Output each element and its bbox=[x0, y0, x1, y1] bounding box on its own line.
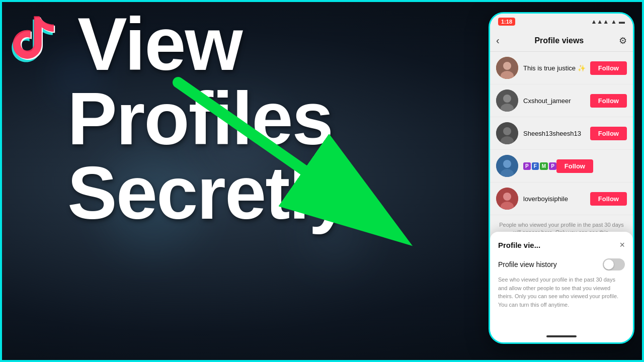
profile-tags: P F M P bbox=[523, 162, 556, 170]
tag: F bbox=[532, 162, 539, 170]
profile-item: Sheesh13sheesh13 Follow bbox=[490, 117, 633, 150]
phone-header: ‹ Profile views ⚙ bbox=[490, 30, 633, 52]
avatar bbox=[496, 155, 518, 177]
follow-button[interactable]: Follow bbox=[590, 61, 627, 75]
profile-name: Sheesh13sheesh13 bbox=[523, 130, 590, 137]
svg-point-9 bbox=[503, 127, 511, 135]
tag: P bbox=[549, 162, 556, 170]
bottom-sheet-header: Profile vie... × bbox=[498, 240, 625, 250]
svg-point-12 bbox=[503, 160, 511, 168]
profile-item: P F M P Follow bbox=[490, 150, 633, 183]
profile-item: This is true justice ✨ Follow bbox=[490, 52, 633, 84]
profile-name: Cxshout_jameer bbox=[523, 97, 590, 105]
right-panel: 1:18 ▲▲▲ ▲ ▬ ‹ Profile views ⚙ bbox=[481, 2, 642, 360]
profile-item: Cxshout_jameer Follow bbox=[490, 84, 633, 117]
follow-button[interactable]: Follow bbox=[590, 192, 627, 206]
svg-point-6 bbox=[503, 95, 511, 103]
bottom-sheet-title: Profile vie... bbox=[498, 241, 540, 249]
follow-button[interactable]: Follow bbox=[556, 159, 593, 173]
bottom-sheet: Profile vie... × Profile view history Se… bbox=[490, 232, 633, 342]
wifi-icon: ▲ bbox=[611, 18, 617, 25]
left-content: View Profiles Secretly bbox=[2, 2, 481, 360]
headline-line3: Secretly bbox=[67, 156, 471, 230]
tag: P bbox=[523, 162, 531, 170]
signal-icon: ▲▲▲ bbox=[591, 18, 609, 25]
svg-point-15 bbox=[503, 193, 511, 201]
close-button[interactable]: × bbox=[619, 240, 625, 250]
avatar bbox=[496, 89, 518, 112]
main-container: View Profiles Secretly 1:18 ▲▲▲ ▲ ▬ bbox=[2, 2, 642, 360]
status-icons: ▲▲▲ ▲ ▬ bbox=[591, 18, 625, 25]
profile-item: loverboyisiphile Follow bbox=[490, 183, 633, 215]
status-time: 1:18 bbox=[498, 18, 515, 26]
screen-title: Profile views bbox=[534, 36, 584, 45]
back-button[interactable]: ‹ bbox=[496, 35, 500, 46]
profile-name: This is true justice ✨ bbox=[523, 64, 590, 72]
profile-name: loverboyisiphile bbox=[523, 195, 590, 203]
phone-mockup: 1:18 ▲▲▲ ▲ ▬ ‹ Profile views ⚙ bbox=[489, 12, 634, 344]
headline: View Profiles Secretly bbox=[67, 7, 471, 230]
avatar bbox=[496, 122, 518, 144]
follow-button[interactable]: Follow bbox=[590, 94, 627, 108]
toggle-row: Profile view history bbox=[498, 258, 625, 270]
tag: M bbox=[540, 162, 548, 170]
avatar bbox=[496, 188, 518, 210]
follow-button[interactable]: Follow bbox=[590, 127, 627, 140]
bottom-handle bbox=[546, 335, 577, 337]
status-bar: 1:18 ▲▲▲ ▲ ▬ bbox=[490, 14, 633, 30]
settings-button[interactable]: ⚙ bbox=[619, 35, 627, 46]
svg-point-3 bbox=[503, 62, 511, 70]
avatar bbox=[496, 57, 518, 79]
battery-icon: ▬ bbox=[619, 18, 625, 25]
headline-line2: Profiles bbox=[67, 81, 471, 156]
toggle-label: Profile view history bbox=[498, 260, 557, 268]
profile-view-history-toggle[interactable] bbox=[603, 258, 625, 270]
profile-list: This is true justice ✨ Follow Cxshout_ja… bbox=[490, 52, 633, 243]
headline-line1: View bbox=[77, 7, 471, 81]
toggle-description: See who viewed your profile in the past … bbox=[498, 276, 625, 309]
